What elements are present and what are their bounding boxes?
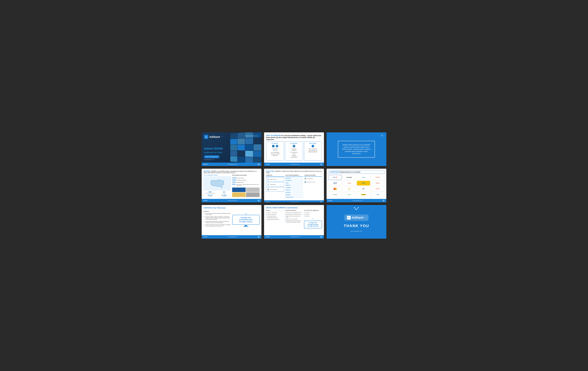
slide3-textbox: AdStash offers advertisers easy, afforda… bbox=[338, 141, 375, 158]
slide2-headline-prefix: WHY GO INDOOR bbox=[266, 134, 281, 136]
arrow-icon: ➤ bbox=[203, 216, 205, 220]
slide9-logo-tm: ™ bbox=[365, 217, 366, 218]
logo-text: AdStash bbox=[209, 135, 220, 138]
tv-frame-small-container: ⌥ The Right Time. The Right Message. The… bbox=[304, 218, 322, 228]
footer-logo: AdStash bbox=[203, 164, 208, 165]
stat-label: Venues bbox=[203, 196, 217, 197]
takeaway-list: ➤ North America's largest and fastest gr… bbox=[203, 213, 231, 233]
slide7-subtitle: Adstash is: bbox=[203, 211, 260, 212]
footer-icon: $ bbox=[257, 163, 260, 165]
arrow-icon: ➤ bbox=[203, 221, 205, 223]
slide-4-network: NETWORK | AdStash is your DOOH partner, … bbox=[202, 169, 262, 202]
takeaway-body: ➤ North America's largest and fastest gr… bbox=[203, 213, 260, 233]
logo-tm: ™ bbox=[221, 136, 222, 138]
slide5-prefix: HOW TO BUY bbox=[266, 171, 274, 172]
platform-stackadapt: stackadapt bbox=[285, 187, 303, 189]
takeaway-2: ➤ Powerful enough to capture the attenti… bbox=[203, 216, 231, 220]
brand-mm: m&m's bbox=[371, 181, 385, 186]
venue-medical: 2000+ Medical Centers bbox=[232, 181, 260, 183]
footer-url: www.adstash.com bbox=[290, 202, 300, 202]
stat-dmas: 50+ DMA's bbox=[218, 191, 231, 194]
buy-button[interactable]: BUY ON ADSTASH bbox=[204, 155, 220, 158]
footer-logo: AdStash bbox=[266, 164, 270, 165]
col3-title: And it works. bbox=[305, 143, 321, 144]
col2-stat2: 3x increase inreachChannelcampaign(s) bbox=[286, 152, 302, 158]
slide9-url: www.adstash.com bbox=[351, 230, 362, 232]
footer-url: www.adstash.com bbox=[290, 164, 300, 165]
slide9-headline: THANK YOU bbox=[344, 224, 369, 228]
platform-acuity: acuityads media bbox=[285, 196, 303, 198]
footer-logo: AdStash bbox=[328, 200, 332, 201]
direct-icon: 🏢 bbox=[304, 177, 307, 180]
stat-venues: 26,105+ Venues bbox=[203, 194, 217, 197]
slide2-col1: It's special... 📺 📡 Dwell timecontent GP… bbox=[266, 142, 284, 161]
spec-1920: 1920 pixels (w) x 1080 pixels (h) 16:9 bbox=[285, 212, 303, 213]
audience-icon: 👔 bbox=[267, 178, 270, 181]
dsps-icon: 💻 bbox=[304, 181, 307, 184]
takeaway-text: North America's largest and fastest grow… bbox=[205, 213, 231, 215]
footer-url: www.adstash.com bbox=[228, 164, 237, 165]
takeaway-text: Flexible enough to get any DOOH campaign… bbox=[205, 224, 231, 227]
spec-video: Video: MP5 / encoded .MOV bbox=[285, 218, 303, 220]
col1-icon1: 📺 bbox=[272, 145, 275, 147]
venue-retail: 12000+ Retail Centers bbox=[232, 177, 260, 179]
arrow-icon: ➤ bbox=[203, 213, 205, 215]
slide4-body: | AdStash is your DOOH partner, connecti… bbox=[203, 171, 257, 174]
network-col: Network Indoor, 32 - 73" Screens Full Sc… bbox=[266, 210, 284, 233]
slide2-columns: It's special... 📺 📡 Dwell timecontent GP… bbox=[266, 142, 322, 161]
footer-logo: AdStash bbox=[203, 236, 208, 237]
brand-nhl: NHL bbox=[357, 186, 370, 191]
audience-high-net-worth: 👔 High net worth bbox=[266, 177, 284, 182]
takeaway-text: Programmatically-accessible, ensuring co… bbox=[205, 221, 231, 223]
brand-mastercard bbox=[328, 186, 342, 191]
footer-url: www.adstash.com bbox=[228, 200, 237, 201]
audience-icon: 🏃 bbox=[267, 183, 270, 186]
slide2-footer: AdStash www.adstash.com $ bbox=[264, 163, 324, 166]
spec-15sec: 15 second bbox=[304, 212, 322, 213]
slide-3-blue-text: ⌥ AdStash offers advertisers easy, affor… bbox=[326, 132, 386, 166]
col1-icon2: 📡 bbox=[276, 145, 278, 147]
antennae-icon: ⌥ bbox=[381, 134, 383, 137]
svg-point-4 bbox=[354, 207, 355, 208]
slide6-headline: ADVERTISERS | Brands that buy on our net… bbox=[328, 171, 385, 174]
slide4-prefix: NETWORK bbox=[203, 171, 210, 172]
slide5-footer: AdStash www.adstash.com $ bbox=[264, 200, 324, 202]
footer-icon: $ bbox=[320, 163, 322, 165]
network-title: Our Our nationwide network. bbox=[203, 175, 231, 176]
slide6-body: Brands that buy on our network. bbox=[340, 171, 361, 173]
slide9-logo-box: $ AdStash ™ bbox=[344, 215, 368, 221]
stat-num: 31,594+ bbox=[218, 194, 231, 196]
slide9-logo-icon: $ bbox=[347, 216, 351, 219]
content-col-title: Content Specifications bbox=[285, 210, 303, 211]
brand-bmo: BMO 🍁 bbox=[328, 175, 342, 180]
brand-canada: Canadä bbox=[343, 181, 356, 186]
slide4-footer: AdStash www.adstash.com $ bbox=[202, 199, 262, 202]
stat-num: 12B+ bbox=[203, 191, 217, 193]
spec-static: Static: PNG, RGB, encoded JPG or H.264 bbox=[285, 216, 303, 218]
platform-pulsepoint: pulsepoint bbox=[285, 194, 303, 196]
brand-ikea: IKEA bbox=[357, 181, 370, 186]
slide8-prefix: DIGITAL MEDIA FORMATS bbox=[266, 207, 286, 209]
spec-30sec: 30 second bbox=[304, 214, 322, 215]
slide7-body: Key Takeaways. bbox=[213, 207, 226, 209]
takeaway-1: ➤ North America's largest and fastest gr… bbox=[203, 213, 231, 215]
slide-1-cover: $ AdStash ™ MEDIA KIT 2021 bbox=[202, 132, 262, 166]
brand-ford: Ford bbox=[328, 181, 342, 186]
slide-6-advertisers: ADVERTISERS | Brands that buy on our net… bbox=[326, 169, 386, 202]
venue-photo-2 bbox=[246, 187, 260, 192]
slide6-footer: AdStash www.adstash.com $ bbox=[326, 199, 386, 202]
slide2-col2: It's powerful... ⚡ Engagedaudience 3x in… bbox=[285, 142, 303, 161]
footer-logo: AdStash bbox=[203, 200, 208, 201]
tv-frame-small: The Right Time. The Right Message. The R… bbox=[304, 221, 322, 228]
direct-col: ...however you'd like. 🏢 Direct Buying 💻… bbox=[304, 175, 322, 198]
spec-takeover: Full Screen Take Over bbox=[266, 214, 284, 215]
slide2-headline: WHY GO INDOOR it's not just lockdowns en… bbox=[266, 134, 322, 141]
brand-ww: WW bbox=[371, 192, 385, 197]
col3-title: ...however you'd like. bbox=[304, 175, 322, 177]
takeaway-4: ➤ Flexible enough to get any DOOH campai… bbox=[203, 224, 231, 227]
footer-logo: AdStash bbox=[266, 202, 270, 202]
venue-photos bbox=[232, 187, 260, 197]
platform-outmoove: OutMoove bbox=[285, 184, 303, 186]
stat-label: Screens bbox=[218, 196, 231, 197]
platform-ubimo: ubimo bbox=[285, 182, 303, 184]
